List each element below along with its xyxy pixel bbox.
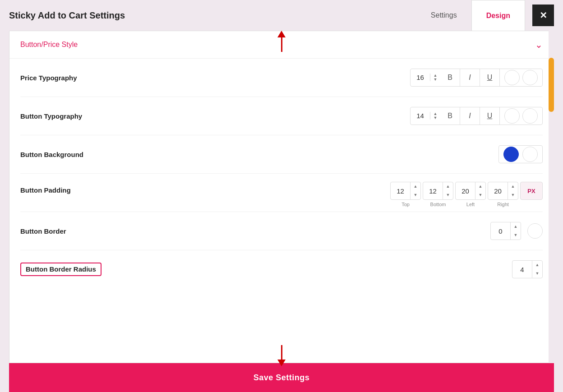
button-background-row: Button Background	[20, 135, 543, 174]
padding-right-up[interactable]: ▲	[508, 182, 518, 191]
button-border-radius-input: 4 ▲ ▼	[512, 260, 543, 278]
save-label: Save Settings	[254, 373, 310, 383]
padding-unit-badge: PX	[520, 182, 543, 200]
button-typo-color-1[interactable]	[504, 108, 520, 124]
button-font-size-input: 14 ▲ ▼	[411, 112, 440, 120]
padding-left-up[interactable]: ▲	[475, 182, 485, 191]
padding-right-label: Right	[497, 202, 509, 207]
save-button[interactable]: Save Settings	[9, 363, 554, 392]
padding-left-value: 20	[456, 182, 475, 199]
arrow-down-container	[277, 345, 286, 366]
padding-unit-group: PX	[520, 182, 543, 207]
button-background-controls	[498, 145, 543, 163]
button-border-value: 0	[491, 222, 511, 240]
padding-bottom-input: 12 ▲ ▼	[423, 182, 453, 200]
close-button[interactable]: ✕	[532, 5, 554, 26]
padding-top-down[interactable]: ▼	[411, 191, 420, 199]
padding-right-down[interactable]: ▼	[508, 191, 518, 199]
price-font-size-box: 16 ▲ ▼ B I U	[410, 69, 543, 87]
price-color-1[interactable]	[504, 70, 520, 85]
button-font-size-value: 14	[411, 112, 430, 120]
padding-bottom-spinner[interactable]: ▲ ▼	[443, 182, 453, 199]
price-font-size-down[interactable]: ▼	[430, 78, 440, 82]
padding-right-group: 20 ▲ ▼ Right	[488, 182, 518, 207]
button-italic-button[interactable]: I	[460, 107, 480, 125]
button-border-radius-row: Button Border Radius 4 ▲ ▼	[20, 250, 543, 288]
price-color-pair	[500, 70, 542, 85]
padding-bottom-value: 12	[423, 182, 443, 199]
button-padding-label: Button Padding	[20, 186, 71, 194]
button-border-input: 0 ▲ ▼	[490, 222, 521, 240]
button-border-label: Button Border	[20, 227, 66, 235]
button-padding-controls: 12 ▲ ▼ Top 12	[390, 182, 543, 207]
arrow-up-line	[281, 37, 282, 52]
padding-left-down[interactable]: ▼	[475, 191, 485, 199]
padding-left-label: Left	[466, 202, 475, 207]
button-border-radius-controls: 4 ▲ ▼	[512, 260, 543, 278]
tab-design[interactable]: Design	[471, 0, 525, 31]
button-typography-controls: 14 ▲ ▼ B I U	[410, 107, 543, 125]
padding-bottom-label: Bottom	[430, 202, 446, 207]
modal-header: Sticky Add to Cart Settings Settings Des…	[0, 0, 563, 31]
section-title: Button/Price Style	[20, 41, 78, 49]
button-underline-button[interactable]: U	[480, 107, 500, 125]
padding-bottom-group: 12 ▲ ▼ Bottom	[423, 182, 453, 207]
padding-top-input: 12 ▲ ▼	[390, 182, 421, 200]
padding-left-group: 20 ▲ ▼ Left	[455, 182, 486, 207]
button-border-radius-up[interactable]: ▲	[532, 261, 542, 269]
button-bg-color-2[interactable]	[522, 147, 538, 162]
button-border-row: Button Border 0 ▲ ▼	[20, 212, 543, 250]
price-italic-button[interactable]: I	[460, 69, 480, 86]
chevron-down-icon[interactable]: ⌄	[535, 39, 543, 50]
padding-top-value: 12	[391, 182, 411, 199]
button-typography-row: Button Typography 14 ▲ ▼ B I U	[20, 97, 543, 135]
padding-top-label: Top	[401, 202, 410, 207]
padding-right-value: 20	[488, 182, 508, 199]
arrow-down-icon	[277, 360, 286, 366]
button-border-radius-down[interactable]: ▼	[532, 269, 542, 278]
button-border-up[interactable]: ▲	[511, 222, 521, 231]
content-area: Button/Price Style ⌄ Price Typography 16…	[9, 31, 554, 363]
button-border-spinner[interactable]: ▲ ▼	[511, 222, 521, 240]
padding-left-input: 20 ▲ ▼	[455, 182, 486, 200]
button-font-size-spinner[interactable]: ▲ ▼	[430, 112, 440, 120]
price-font-size-value: 16	[411, 74, 430, 81]
price-font-size-spinner[interactable]: ▲ ▼	[430, 74, 440, 82]
price-color-2[interactable]	[522, 70, 538, 85]
padding-bottom-up[interactable]: ▲	[443, 182, 453, 191]
modal-wrapper: Sticky Add to Cart Settings Settings Des…	[0, 0, 563, 392]
padding-top-group: 12 ▲ ▼ Top	[390, 182, 421, 207]
button-bg-color-box	[498, 145, 543, 163]
scrollbar-thumb[interactable]	[549, 58, 554, 112]
arrow-down-line	[281, 345, 282, 360]
button-border-radius-value: 4	[512, 261, 532, 278]
button-font-size-box: 14 ▲ ▼ B I U	[410, 107, 543, 125]
button-background-label: Button Background	[20, 151, 83, 158]
button-font-size-down[interactable]: ▼	[430, 116, 440, 120]
padding-right-spinner[interactable]: ▲ ▼	[508, 182, 518, 199]
padding-right-input: 20 ▲ ▼	[488, 182, 518, 200]
button-border-radius-spinner[interactable]: ▲ ▼	[532, 261, 542, 278]
padding-bottom-down[interactable]: ▼	[443, 191, 453, 199]
price-typography-controls: 16 ▲ ▼ B I U	[410, 69, 543, 87]
padding-top-up[interactable]: ▲	[411, 182, 420, 191]
price-bold-button[interactable]: B	[440, 69, 460, 86]
button-border-color[interactable]	[527, 223, 543, 239]
button-typography-label: Button Typography	[20, 112, 82, 120]
button-border-down[interactable]: ▼	[511, 231, 521, 240]
button-border-controls: 0 ▲ ▼	[490, 222, 543, 240]
padding-left-spinner[interactable]: ▲ ▼	[475, 182, 485, 199]
settings-body: Price Typography 16 ▲ ▼ B I U	[9, 59, 554, 288]
tab-settings[interactable]: Settings	[416, 0, 471, 31]
modal-title: Sticky Add to Cart Settings	[9, 10, 416, 21]
scrollbar-track[interactable]	[549, 31, 554, 363]
button-typo-color-2[interactable]	[522, 108, 538, 124]
arrow-up-icon	[277, 31, 286, 37]
button-bold-button[interactable]: B	[440, 107, 460, 125]
button-border-radius-highlight: Button Border Radius	[20, 263, 102, 276]
price-typography-row: Price Typography 16 ▲ ▼ B I U	[20, 59, 543, 97]
price-underline-button[interactable]: U	[480, 69, 500, 86]
button-bg-color-1[interactable]	[503, 147, 519, 162]
button-padding-row: Button Padding 12 ▲ ▼ To	[20, 174, 543, 212]
padding-top-spinner[interactable]: ▲ ▼	[411, 182, 420, 199]
